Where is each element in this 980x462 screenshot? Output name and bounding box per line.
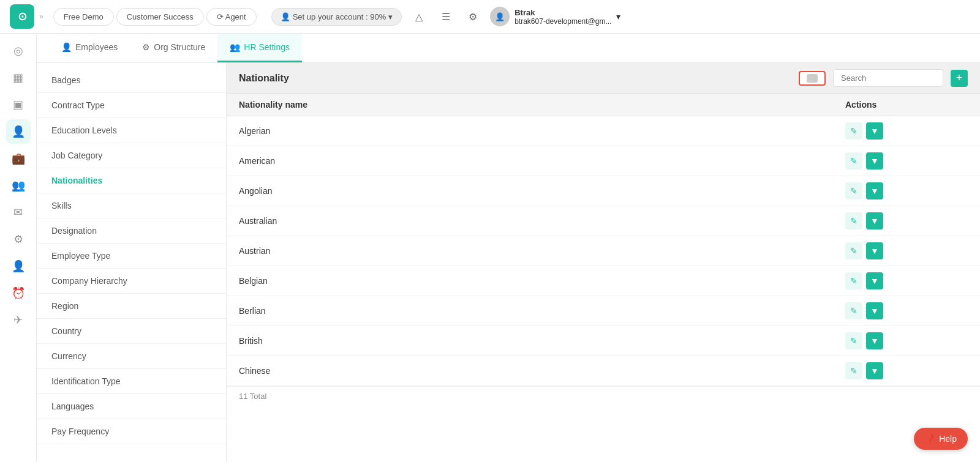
settings-item-skills[interactable]: Skills xyxy=(37,193,226,218)
nationality-name: Austrian xyxy=(239,246,845,256)
settings-item-identification-type[interactable]: Identification Type xyxy=(37,369,226,394)
user-email: btrak607-development@gm... xyxy=(514,17,611,26)
nationality-name: Belgian xyxy=(239,276,845,286)
table-row: Chinese ✎ ▼ xyxy=(227,356,980,386)
edit-button-6[interactable]: ✎ xyxy=(845,302,862,319)
agent-icon: ⟳ xyxy=(217,12,225,21)
down-button-8[interactable]: ▼ xyxy=(866,362,883,379)
settings-item-languages[interactable]: Languages xyxy=(37,394,226,419)
user-name: Btrak xyxy=(514,8,611,17)
down-button-4[interactable]: ▼ xyxy=(866,242,883,259)
settings-item-contract-type[interactable]: Contract Type xyxy=(37,93,226,118)
table-row: Austrian ✎ ▼ xyxy=(227,236,980,266)
action-btns: ✎ ▼ xyxy=(845,332,968,349)
down-button-7[interactable]: ▼ xyxy=(866,332,883,349)
toggle-inner xyxy=(807,74,818,83)
sidebar-icon-send[interactable]: ✈ xyxy=(6,308,31,332)
settings-sidebar: Badges Contract Type Education Levels Jo… xyxy=(37,63,227,462)
col-name-header: Nationality name xyxy=(239,100,845,110)
tab-employees[interactable]: 👤 Employees xyxy=(49,34,130,62)
sidebar-icon-time[interactable]: ⏰ xyxy=(6,281,31,305)
sidebar-icon-person[interactable]: 👤 xyxy=(6,119,31,144)
panel-header: Nationality + xyxy=(227,63,980,94)
edit-button-0[interactable]: ✎ xyxy=(845,122,862,140)
down-button-3[interactable]: ▼ xyxy=(866,212,883,229)
document-icon[interactable]: ☰ xyxy=(436,7,456,26)
edit-button-3[interactable]: ✎ xyxy=(845,212,862,229)
settings-item-job-category[interactable]: Job Category xyxy=(37,143,226,168)
down-button-1[interactable]: ▼ xyxy=(866,152,883,170)
table-header: Nationality name Actions xyxy=(227,94,980,116)
nationality-name: Angolian xyxy=(239,186,845,196)
table-row: Belgian ✎ ▼ xyxy=(227,266,980,296)
free-demo-btn[interactable]: Free Demo xyxy=(53,8,114,26)
down-button-6[interactable]: ▼ xyxy=(866,302,883,319)
search-input[interactable] xyxy=(833,69,943,87)
settings-item-nationalities[interactable]: Nationalities xyxy=(37,168,226,193)
edit-button-7[interactable]: ✎ xyxy=(845,332,862,349)
sidebar-icon-briefcase[interactable]: 💼 xyxy=(6,146,31,171)
edit-button-4[interactable]: ✎ xyxy=(845,242,862,259)
toggle-button[interactable] xyxy=(799,71,826,86)
main-area: 👤 Employees ⚙ Org Structure 👥 HR Setting… xyxy=(37,34,980,462)
hr-icon: 👥 xyxy=(230,42,240,52)
nav-right: 👤 Set up your account : 90% ▾ △ ☰ ⚙ 👤 Bt… xyxy=(271,7,621,26)
sidebar-icon-grid[interactable]: ▦ xyxy=(6,65,31,90)
settings-item-company-hierarchy[interactable]: Company Hierarchy xyxy=(37,269,226,294)
edit-button-8[interactable]: ✎ xyxy=(845,362,862,379)
table-container: Algerian ✎ ▼ American ✎ ▼ xyxy=(227,116,980,462)
settings-item-employee-type[interactable]: Employee Type xyxy=(37,244,226,269)
action-btns: ✎ ▼ xyxy=(845,272,968,289)
edit-button-5[interactable]: ✎ xyxy=(845,272,862,289)
sidebar-icon-people[interactable]: 👥 xyxy=(6,173,31,198)
total-count: 11 Total xyxy=(227,386,980,406)
action-btns: ✎ ▼ xyxy=(845,152,968,170)
settings-item-education-levels[interactable]: Education Levels xyxy=(37,118,226,143)
help-button[interactable]: ❓ Help xyxy=(914,428,968,450)
account-setup-btn[interactable]: 👤 Set up your account : 90% ▾ xyxy=(271,8,402,26)
nationality-name: Chinese xyxy=(239,366,845,376)
tab-hr-settings[interactable]: 👥 HR Settings xyxy=(217,34,302,62)
action-btns: ✎ ▼ xyxy=(845,302,968,319)
down-button-2[interactable]: ▼ xyxy=(866,182,883,199)
table-row: Algerian ✎ ▼ xyxy=(227,116,980,146)
sidebar-icon-settings[interactable]: ⚙ xyxy=(6,227,31,251)
layout: ◎ ▦ ▣ 👤 💼 👥 ✉ ⚙ 👤 ⏰ ✈ 👤 Employees ⚙ Org … xyxy=(0,34,980,462)
edit-button-2[interactable]: ✎ xyxy=(845,182,862,199)
alert-icon[interactable]: △ xyxy=(409,7,429,26)
user-caret-icon[interactable]: ▾ xyxy=(616,12,620,21)
edit-button-1[interactable]: ✎ xyxy=(845,152,862,170)
action-btns: ✎ ▼ xyxy=(845,242,968,259)
settings-item-designation[interactable]: Designation xyxy=(37,218,226,244)
sidebar-icon-clock[interactable]: ◎ xyxy=(6,39,31,63)
col-actions-header: Actions xyxy=(845,100,968,110)
nationality-name: American xyxy=(239,156,845,166)
action-btns: ✎ ▼ xyxy=(845,122,968,140)
nationality-name: Berlian xyxy=(239,306,845,316)
agent-btn[interactable]: ⟳ Agent xyxy=(206,8,257,26)
main-panel: Nationality + Nationality name Actions xyxy=(227,63,980,462)
avatar: 👤 xyxy=(490,7,510,26)
sidebar-icon-mail[interactable]: ✉ xyxy=(6,200,31,225)
settings-item-pay-frequency[interactable]: Pay Frequency xyxy=(37,419,226,444)
customer-success-btn[interactable]: Customer Success xyxy=(116,8,204,26)
sidebar-icon-user[interactable]: 👤 xyxy=(6,254,31,278)
add-button[interactable]: + xyxy=(951,70,968,87)
tab-org-structure[interactable]: ⚙ Org Structure xyxy=(130,34,217,62)
help-icon: ❓ xyxy=(925,434,935,444)
settings-icon[interactable]: ⚙ xyxy=(463,7,483,26)
user-info[interactable]: 👤 Btrak btrak607-development@gm... ▾ xyxy=(490,7,620,26)
down-button-5[interactable]: ▼ xyxy=(866,272,883,289)
nav-expander[interactable]: » xyxy=(39,12,43,21)
settings-item-region[interactable]: Region xyxy=(37,294,226,319)
settings-item-currency[interactable]: Currency xyxy=(37,344,226,369)
table-row: American ✎ ▼ xyxy=(227,146,980,176)
down-button-0[interactable]: ▼ xyxy=(866,122,883,140)
action-btns: ✎ ▼ xyxy=(845,362,968,379)
settings-item-country[interactable]: Country xyxy=(37,319,226,344)
table-row: Angolian ✎ ▼ xyxy=(227,176,980,206)
logo[interactable]: ⊙ xyxy=(10,4,34,29)
nav-center: Free Demo Customer Success ⟳ Agent xyxy=(53,8,257,26)
sidebar-icon-calendar[interactable]: ▣ xyxy=(6,92,31,117)
settings-item-badges[interactable]: Badges xyxy=(37,68,226,93)
